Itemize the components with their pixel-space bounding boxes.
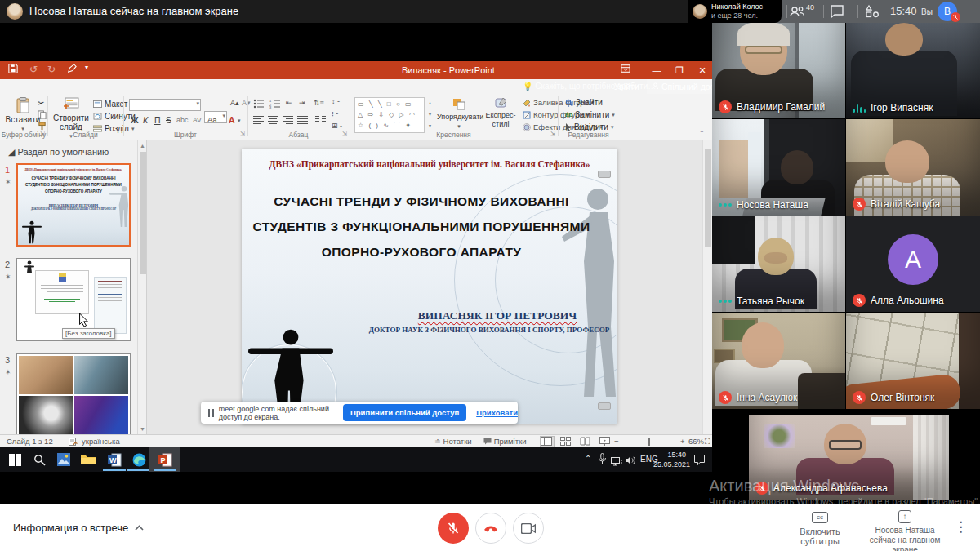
paragraph-dialog-launcher-icon[interactable]: ⇲ xyxy=(342,131,347,137)
camera-button[interactable] xyxy=(513,513,544,544)
italic-button[interactable]: К xyxy=(143,115,148,125)
sign-in-button[interactable]: Увійти xyxy=(614,79,639,94)
thumbnail-scrollbar[interactable]: ▲ ▼ xyxy=(137,140,147,434)
file-explorer-icon[interactable] xyxy=(78,451,98,469)
draw-icon[interactable] xyxy=(67,64,77,76)
align-right-icon[interactable] xyxy=(283,115,293,126)
tile-vladimir-gamaliy[interactable]: Владимир Гамалий xyxy=(712,23,845,118)
replace-button[interactable]: ab Замінити▾ xyxy=(565,110,615,119)
pause-share-icon[interactable] xyxy=(208,409,214,417)
zoom-in-button[interactable]: + xyxy=(680,436,685,447)
align-center-icon[interactable] xyxy=(268,115,278,126)
tile-tatyana-rychok[interactable]: Татьяна Рычок xyxy=(712,216,845,312)
find-button[interactable]: Знайти xyxy=(565,98,603,107)
presenting-status-button[interactable]: ↑ Носова Наташа сейчас на главном экране xyxy=(864,510,946,551)
photos-app-icon[interactable] xyxy=(54,451,74,469)
scroll-up-icon[interactable]: ▲ xyxy=(140,143,145,149)
text-direction-icon[interactable]: ↕ - xyxy=(332,97,340,105)
cut-icon[interactable]: ✂ xyxy=(38,99,44,108)
scrollbar-thumb[interactable] xyxy=(140,152,146,274)
tile-oleg-vintonyak[interactable]: Олег Вінтоняк xyxy=(846,313,980,409)
notes-button[interactable]: ≐ Нотатки xyxy=(434,436,472,447)
tile-igor-vypasniak[interactable]: Ігор Випасняк xyxy=(846,23,980,118)
columns-icon[interactable] xyxy=(315,115,326,126)
powerpoint-icon[interactable]: P xyxy=(155,451,175,469)
increase-indent-icon[interactable]: ⇥ xyxy=(299,99,305,107)
end-call-button[interactable] xyxy=(475,513,506,544)
font-color-button[interactable]: A xyxy=(229,115,235,125)
participants-pill[interactable]: Николай Колос и еще 28 чел. xyxy=(688,0,782,23)
bold-button[interactable]: Ж xyxy=(131,115,139,125)
clipboard-dialog-launcher-icon[interactable]: ⇲ xyxy=(40,131,45,137)
meeting-info-button[interactable]: Информация о встрече xyxy=(13,504,144,551)
drawing-dialog-launcher-icon[interactable]: ⇲ xyxy=(550,131,555,137)
character-spacing-button[interactable]: AV xyxy=(193,116,202,124)
slide3-thumbnail[interactable] xyxy=(16,353,131,434)
participants-icon[interactable] xyxy=(789,4,805,19)
spellcheck-icon[interactable] xyxy=(69,438,78,447)
shapes-gallery[interactable]: ▭ ╲ ╲ □ ○ ▭△ ⇨ ⇩ ◇ ▷ ◠☆ ( ) ∿ ⌒ ✦ xyxy=(354,97,425,133)
normal-view-icon[interactable] xyxy=(541,437,554,447)
save-icon[interactable] xyxy=(8,64,18,76)
font-dialog-launcher-icon[interactable]: ⇲ xyxy=(240,131,245,137)
captions-button[interactable]: cc Включить субтитры xyxy=(782,510,858,546)
tile-nosova-natasha[interactable]: Носова Наташа xyxy=(712,119,845,216)
mute-button[interactable] xyxy=(438,513,469,544)
font-color-dropdown-icon[interactable]: ▾ xyxy=(238,118,241,124)
tile-inna-asaulyuk[interactable]: Інна Асаулюк xyxy=(712,313,845,409)
undo-icon[interactable]: ↺ xyxy=(29,64,38,75)
more-options-icon[interactable]: ⋮ xyxy=(954,518,968,535)
tray-volume-icon[interactable] xyxy=(626,454,636,469)
restore-button[interactable]: ❐ xyxy=(668,61,691,79)
tile-alla-aloshyna[interactable]: А Алла Альошина xyxy=(846,216,980,312)
minimize-button[interactable]: — xyxy=(645,61,668,79)
slide1-thumbnail[interactable]: ДВНЗ «Прикарпатський національний універ… xyxy=(16,163,131,247)
tray-clock[interactable]: 15:40 25.05.2021 xyxy=(653,450,686,469)
close-button[interactable]: ✕ xyxy=(691,61,714,79)
quick-styles-button[interactable]: Експрес-стилі xyxy=(483,97,518,129)
decrease-indent-icon[interactable]: ⇤ xyxy=(286,99,292,107)
strikethrough-button[interactable]: S xyxy=(166,115,172,125)
edge-icon[interactable] xyxy=(129,451,149,469)
slide-sorter-view-icon[interactable] xyxy=(560,437,573,447)
redo-icon[interactable]: ↻ xyxy=(47,64,56,75)
scroll-down-icon[interactable]: ▼ xyxy=(140,426,145,432)
shapes-scroll[interactable]: ▴▾▾ xyxy=(426,97,434,131)
decrease-font-icon[interactable]: A▾ xyxy=(242,99,251,107)
copy-icon[interactable] xyxy=(38,110,47,121)
justify-icon[interactable] xyxy=(297,115,308,126)
hide-share-bar-link[interactable]: Приховати xyxy=(476,408,518,417)
search-icon[interactable] xyxy=(29,451,49,469)
tray-mic-icon[interactable] xyxy=(598,453,607,469)
qat-dropdown-icon[interactable]: ▾ xyxy=(85,64,88,71)
align-left-icon[interactable] xyxy=(253,115,264,126)
tray-network-icon[interactable] xyxy=(611,455,622,469)
word-icon[interactable]: W xyxy=(105,451,124,469)
zoom-level[interactable]: 66% xyxy=(688,436,704,447)
slide-scrollbar[interactable] xyxy=(702,140,712,434)
main-slide[interactable]: ДВНЗ «Прикарпатський національний універ… xyxy=(242,149,617,424)
comments-button[interactable]: Примітки xyxy=(483,436,527,447)
underline-button[interactable]: П xyxy=(154,115,161,125)
tray-expand-icon[interactable]: ⌃ xyxy=(585,454,591,463)
bullets-icon[interactable] xyxy=(253,99,265,110)
reset-button[interactable]: Скинути xyxy=(93,112,136,121)
slide-scrollbar-thumb[interactable] xyxy=(705,149,711,247)
text-shadow-button[interactable]: abc xyxy=(176,116,189,124)
numbering-icon[interactable]: 123 xyxy=(270,99,281,110)
section-header[interactable]: ◢ Раздел по умолчанию xyxy=(8,147,109,158)
arrange-button[interactable]: Упорядкувати▾ xyxy=(437,97,481,131)
change-case-button[interactable]: Aa xyxy=(207,115,217,124)
start-button[interactable] xyxy=(5,451,24,469)
tile-vitaliy-kashuba[interactable]: Віталій Кашуба xyxy=(846,119,980,216)
zoom-out-button[interactable]: − xyxy=(614,436,619,447)
chat-icon[interactable] xyxy=(830,4,846,19)
convert-smartart-icon[interactable]: ⊞ - xyxy=(332,122,342,130)
ribbon-display-options-icon[interactable] xyxy=(614,61,637,79)
action-center-icon[interactable] xyxy=(694,454,705,469)
activities-icon[interactable] xyxy=(864,4,880,19)
increase-font-icon[interactable]: A▴ xyxy=(230,99,239,107)
fit-to-window-icon[interactable]: ⛶ xyxy=(705,436,710,447)
paste-button[interactable]: Вставити▾ xyxy=(5,97,41,133)
align-text-icon[interactable]: ⁝ - xyxy=(332,109,338,118)
